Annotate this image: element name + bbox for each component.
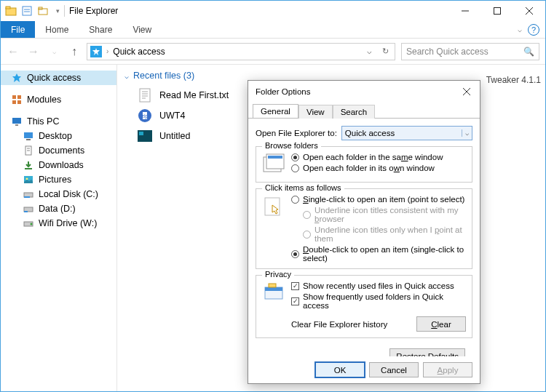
svg-rect-33 <box>140 89 150 102</box>
desktop-icon <box>23 130 34 142</box>
svg-rect-30 <box>24 211 28 212</box>
quick-access-star-icon <box>90 46 102 57</box>
recent-files-header[interactable]: ⌵ Recent files (3) <box>124 71 538 81</box>
checkbox-icon: ✓ <box>291 297 299 305</box>
ribbon-tab-home[interactable]: Home <box>35 21 79 38</box>
radio-same-window[interactable]: Open each folder in the same window <box>291 153 443 161</box>
qat-new-folder-icon[interactable] <box>37 5 49 17</box>
check-frequent-folders[interactable]: ✓ Show frequently used folders in Quick … <box>291 292 466 310</box>
drive-icon <box>23 188 34 200</box>
svg-rect-50 <box>265 287 282 291</box>
breadcrumb-sep-icon[interactable]: › <box>106 47 108 55</box>
search-placeholder: Search Quick access <box>406 47 488 57</box>
group-privacy: Privacy ✓ Show recently used files in Qu… <box>256 275 472 338</box>
tab-search[interactable]: Search <box>333 105 375 119</box>
search-box[interactable]: Search Quick access 🔍 <box>401 43 539 60</box>
address-bar[interactable]: › Quick access ⌵ ↻ <box>87 43 395 60</box>
nav-forward-button[interactable]: → <box>27 45 40 58</box>
radio-icon <box>291 153 299 161</box>
radio-icon <box>291 250 299 258</box>
radio-single-click[interactable]: Single-click to open an item (point to s… <box>291 195 466 204</box>
address-location[interactable]: Quick access <box>113 47 165 57</box>
tree-documents[interactable]: Documents <box>1 143 116 158</box>
tree-local-disk-c[interactable]: Local Disk (C:) <box>1 187 116 201</box>
ok-button[interactable]: OK <box>315 362 365 377</box>
dialog-title: Folder Options <box>256 87 310 96</box>
ribbon-tab-share[interactable]: Share <box>79 21 122 38</box>
dialog-tabs: General View Search <box>248 104 480 119</box>
restore-defaults-button[interactable]: Restore Defaults <box>389 348 465 356</box>
nav-recent-dropdown[interactable]: ⌵ <box>47 45 60 58</box>
checkbox-icon: ✓ <box>291 282 299 290</box>
open-explorer-to-label: Open File Explorer to: <box>256 129 337 137</box>
refresh-icon[interactable]: ↻ <box>379 47 392 56</box>
svg-rect-17 <box>12 118 21 124</box>
svg-marker-11 <box>92 48 100 55</box>
radio-own-window[interactable]: Open each folder in its own window <box>291 164 443 172</box>
svg-rect-18 <box>15 124 18 126</box>
pictures-icon <box>23 174 34 185</box>
tree-wifi-drive-w[interactable]: Wifi Drive (W:) <box>1 216 116 231</box>
star-icon <box>11 72 23 84</box>
clear-button[interactable]: Clear <box>416 316 466 332</box>
radio-underline-browser: Underline icon titles consistent with my… <box>291 206 466 223</box>
ribbon-tab-view[interactable]: View <box>122 21 162 38</box>
qat-properties-icon[interactable] <box>21 5 33 17</box>
svg-rect-47 <box>268 156 282 159</box>
tree-modules[interactable]: Modules <box>1 92 116 107</box>
svg-rect-28 <box>24 196 30 198</box>
background-app-text: Tweaker 4.1.1 <box>486 75 541 85</box>
svg-rect-1 <box>6 7 10 9</box>
chevron-down-icon: ⌵ <box>462 129 469 137</box>
address-dropdown-icon[interactable]: ⌵ <box>364 47 375 56</box>
ribbon-tab-file[interactable]: File <box>1 21 35 38</box>
network-drive-icon <box>23 217 34 229</box>
maximize-button[interactable] <box>481 1 513 21</box>
help-icon[interactable]: ? <box>528 24 539 36</box>
svg-rect-42 <box>139 132 143 135</box>
open-explorer-to-select[interactable]: Quick access ⌵ <box>341 126 472 140</box>
tree-pictures[interactable]: Pictures <box>1 172 116 187</box>
qat-dropdown-icon[interactable]: ▾ <box>56 7 60 15</box>
dialog-titlebar: Folder Options <box>248 81 480 103</box>
modules-icon <box>11 94 23 105</box>
documents-icon <box>23 145 34 156</box>
click-items-icon <box>262 195 285 218</box>
tree-desktop[interactable]: Desktop <box>1 129 116 143</box>
tab-view[interactable]: View <box>298 105 333 119</box>
monitor-icon <box>11 116 23 127</box>
ribbon-expand-icon[interactable]: ⌵ <box>518 25 522 33</box>
nav-up-button[interactable]: ↑ <box>68 45 81 58</box>
svg-point-32 <box>31 223 33 225</box>
radio-icon <box>291 196 299 204</box>
check-recent-files[interactable]: ✓ Show recently used files in Quick acce… <box>291 281 466 290</box>
tab-general[interactable]: General <box>253 104 298 118</box>
svg-marker-12 <box>12 73 21 82</box>
nav-back-button[interactable]: ← <box>7 45 20 58</box>
svg-rect-20 <box>26 139 31 140</box>
tree-quick-access[interactable]: Quick access <box>1 71 116 85</box>
tree-downloads[interactable]: Downloads <box>1 158 116 172</box>
svg-rect-8 <box>494 8 501 15</box>
dialog-button-row: OK Cancel Apply <box>248 356 480 383</box>
tree-this-pc[interactable]: This PC <box>1 114 116 129</box>
tree-data-d[interactable]: Data (D:) <box>1 201 116 216</box>
svg-rect-51 <box>269 284 276 287</box>
ribbon: File Home Share View ⌵ ? <box>1 21 545 39</box>
svg-rect-14 <box>17 95 21 99</box>
navigation-tree: Quick access Modules This PC Desktop Doc… <box>1 65 117 391</box>
search-icon[interactable]: 🔍 <box>523 47 534 57</box>
chevron-down-icon: ⌵ <box>124 72 129 80</box>
folder-options-dialog: Folder Options General View Search Open … <box>248 80 480 384</box>
window-title: File Explorer <box>69 6 118 16</box>
clear-history-label: Clear File Explorer history <box>291 320 387 329</box>
radio-icon <box>303 231 311 239</box>
cancel-button[interactable]: Cancel <box>369 362 419 377</box>
apply-button[interactable]: Apply <box>423 362 472 377</box>
close-button[interactable] <box>513 1 545 21</box>
downloads-icon <box>23 159 34 171</box>
text-file-icon <box>138 88 152 103</box>
dialog-close-button[interactable] <box>459 84 474 99</box>
radio-double-click[interactable]: Double-click to open an item (single-cli… <box>291 245 466 263</box>
minimize-button[interactable] <box>449 1 481 21</box>
